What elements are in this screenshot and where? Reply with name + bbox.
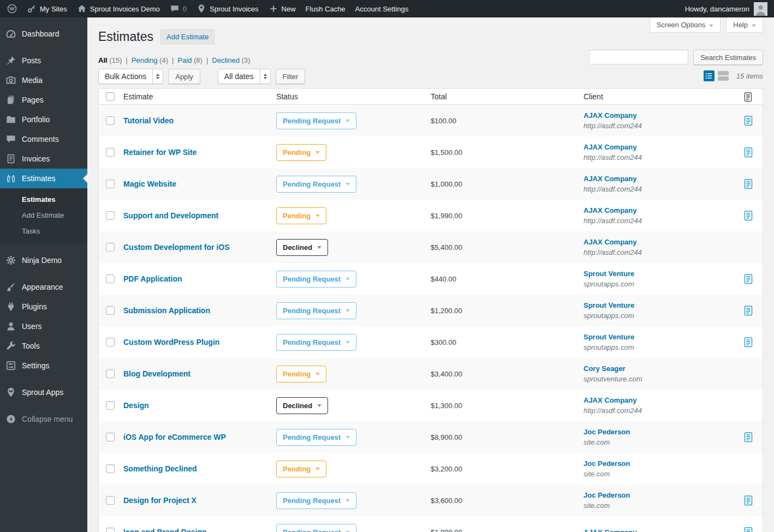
estimate-title-link[interactable]: PDF Application — [123, 274, 182, 283]
client-link[interactable]: Sprout Venture — [584, 270, 634, 278]
row-checkbox[interactable] — [106, 496, 115, 505]
estimate-title-link[interactable]: Retainer for WP Site — [123, 148, 197, 157]
filter-paid[interactable]: Paid (8) — [177, 56, 203, 64]
sidebar-item-posts[interactable]: Posts — [0, 51, 87, 70]
estimate-doc-icon[interactable] — [744, 495, 753, 506]
sidebar-item-comments[interactable]: Comments — [0, 129, 87, 149]
estimate-doc-icon[interactable] — [744, 273, 753, 284]
sidebar-item-sprout-apps[interactable]: Sprout Apps — [0, 382, 87, 402]
row-checkbox[interactable] — [106, 211, 115, 220]
row-checkbox[interactable] — [106, 116, 115, 125]
filter-all[interactable]: All (15) — [98, 56, 122, 64]
sidebar-item-invoices[interactable]: Invoices — [0, 149, 87, 169]
status-dropdown-button[interactable]: Pending Request — [276, 176, 356, 193]
filter-button[interactable]: Filter — [276, 69, 306, 84]
client-link[interactable]: AJAX Company — [584, 206, 637, 214]
my-sites-menu[interactable]: My Sites — [22, 0, 72, 17]
client-link[interactable]: AJAX Company — [584, 238, 637, 246]
sidebar-item-ninja-demo[interactable]: Ninja Demo — [0, 250, 87, 270]
sprout-invoices-menu[interactable]: Sprout Invoices — [192, 0, 264, 17]
row-checkbox[interactable] — [106, 180, 115, 188]
status-dropdown-button[interactable]: Pending — [276, 144, 326, 161]
excerpt-view-icon[interactable] — [718, 70, 729, 81]
estimate-title-link[interactable]: Magic Website — [123, 180, 176, 188]
client-link[interactable]: AJAX Company — [584, 111, 637, 119]
status-dropdown-button[interactable]: Pending — [276, 366, 326, 382]
estimate-doc-icon[interactable] — [744, 210, 753, 221]
estimate-doc-icon[interactable] — [744, 178, 753, 189]
row-checkbox[interactable] — [106, 338, 115, 346]
row-checkbox[interactable] — [106, 369, 115, 378]
status-dropdown-button[interactable]: Declined — [276, 239, 328, 256]
client-link[interactable]: AJAX Company — [584, 396, 637, 404]
comments-indicator[interactable]: 0 — [165, 0, 192, 17]
estimate-doc-icon[interactable] — [744, 147, 753, 158]
row-checkbox[interactable] — [106, 306, 115, 315]
filter-pending[interactable]: Pending (4) — [132, 56, 168, 64]
estimate-title-link[interactable]: Support and Development — [123, 211, 218, 220]
estimate-title-link[interactable]: Custom Development for iOS — [123, 243, 229, 252]
row-checkbox[interactable] — [106, 464, 115, 473]
status-dropdown-button[interactable]: Pending — [276, 207, 326, 224]
apply-button[interactable]: Apply — [168, 69, 200, 84]
help-tab[interactable]: Help — [726, 17, 763, 33]
estimate-title-link[interactable]: Custom WordPress Plugin — [123, 338, 219, 346]
sidebar-item-plugins[interactable]: Plugins — [0, 297, 87, 316]
site-name-menu[interactable]: Sprout Invoices Demo — [72, 0, 165, 17]
bulk-actions-select[interactable]: Bulk Actions — [98, 69, 163, 84]
howdy-account-menu[interactable]: Howdy, dancameron — [681, 0, 774, 17]
status-dropdown-button[interactable]: Declined — [276, 397, 328, 414]
row-checkbox[interactable] — [106, 243, 115, 252]
sidebar-subitem-tasks[interactable]: Tasks — [0, 223, 87, 239]
filter-declined[interactable]: Declined (3) — [212, 56, 250, 64]
sidebar-item-users[interactable]: Users — [0, 316, 87, 336]
estimate-title-link[interactable]: Tutorial Video — [123, 116, 174, 125]
client-link[interactable]: AJAX Company — [584, 143, 637, 151]
screen-options-tab[interactable]: Screen Options — [650, 17, 721, 33]
estimate-title-link[interactable]: iOS App for eCommerce WP — [123, 433, 226, 441]
status-dropdown-button[interactable]: Pending Request — [276, 429, 356, 446]
search-input[interactable] — [589, 50, 688, 64]
sidebar-item-media[interactable]: Media — [0, 70, 87, 90]
client-link[interactable]: Sprout Venture — [584, 301, 634, 309]
status-dropdown-button[interactable]: Pending Request — [276, 112, 356, 129]
sidebar-item-settings[interactable]: Settings — [0, 356, 87, 375]
row-checkbox[interactable] — [106, 401, 115, 410]
estimate-doc-icon[interactable] — [744, 337, 753, 348]
dates-filter-select[interactable]: All dates — [218, 69, 271, 84]
row-checkbox[interactable] — [106, 274, 115, 283]
estimate-title-link[interactable]: Blog Development — [123, 369, 190, 378]
sidebar-item-appearance[interactable]: Appearance — [0, 277, 87, 297]
status-dropdown-button[interactable]: Pending Request — [276, 492, 356, 509]
status-dropdown-button[interactable]: Pending Request — [276, 302, 356, 319]
sidebar-subitem-estimates[interactable]: Estimates — [0, 192, 87, 207]
sidebar-item-estimates[interactable]: Estimates — [0, 169, 87, 188]
status-dropdown-button[interactable]: Pending — [276, 461, 326, 477]
client-link[interactable]: AJAX Company — [584, 175, 637, 183]
sidebar-item-dashboard[interactable]: Dashboard — [0, 24, 87, 44]
sidebar-item-collapse-menu[interactable]: Collapse menu — [0, 409, 87, 429]
estimate-title-link[interactable]: Icon and Brand Design — [123, 528, 206, 532]
status-dropdown-button[interactable]: Pending Request — [276, 271, 356, 288]
wp-logo-menu[interactable]: W — [2, 0, 22, 17]
row-checkbox[interactable] — [106, 148, 115, 157]
estimate-doc-icon[interactable] — [744, 432, 753, 443]
client-link[interactable]: Joc Pederson — [584, 428, 630, 436]
sidebar-item-tools[interactable]: Tools — [0, 336, 87, 356]
estimate-title-link[interactable]: Design — [123, 401, 149, 410]
status-dropdown-button[interactable]: Pending Request — [276, 334, 356, 351]
add-estimate-button[interactable]: Add Estimate — [160, 29, 215, 44]
flush-cache-menu[interactable]: Flush Cache — [301, 0, 350, 17]
status-dropdown-button[interactable]: Pending Request — [276, 524, 356, 532]
estimate-title-link[interactable]: Something Declined — [123, 464, 197, 473]
estimate-doc-icon[interactable] — [744, 115, 753, 126]
client-link[interactable]: Joc Pederson — [584, 491, 630, 499]
row-checkbox[interactable] — [106, 433, 115, 441]
client-link[interactable]: Sprout Venture — [584, 333, 634, 341]
client-link[interactable]: AJAX Company — [584, 528, 637, 532]
sidebar-subitem-add-estimate[interactable]: Add Estimate — [0, 207, 87, 223]
client-link[interactable]: Joc Pederson — [584, 459, 630, 468]
estimate-doc-icon[interactable] — [744, 527, 753, 532]
sidebar-item-pages[interactable]: Pages — [0, 90, 87, 110]
account-settings-menu[interactable]: Account Settings — [350, 0, 414, 17]
